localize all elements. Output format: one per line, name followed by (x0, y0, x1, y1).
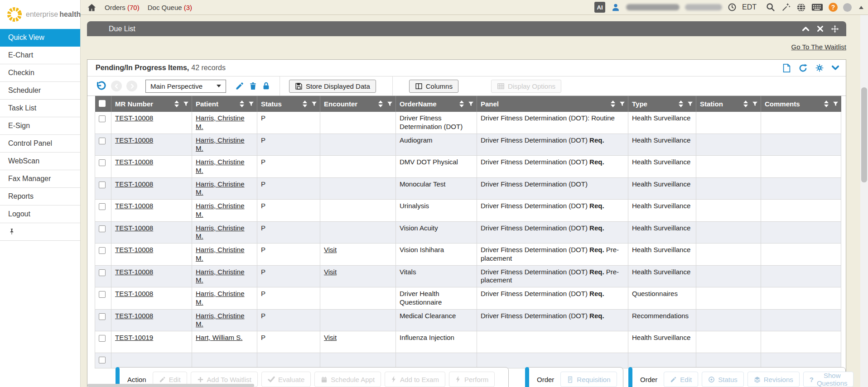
perspective-select[interactable]: Main Perspective (145, 80, 226, 93)
select-all-checkbox[interactable] (99, 100, 106, 107)
order-revisions-button[interactable]: Revisions (747, 372, 800, 387)
back-icon[interactable] (111, 81, 122, 91)
filter-icon[interactable] (311, 101, 317, 107)
mr-number-link[interactable]: TEST-10008 (115, 180, 153, 188)
go-to-waitlist-link[interactable]: Go To The Waitlist (791, 43, 846, 51)
patient-link[interactable]: Harris, Christine M. (196, 136, 245, 153)
move-icon[interactable] (831, 25, 839, 33)
sort-icon[interactable] (240, 100, 244, 107)
horizontal-scrollbar-thumb[interactable] (87, 384, 254, 387)
home-icon[interactable] (87, 3, 96, 12)
show-questions-button[interactable]: ? Show Questions (803, 372, 854, 387)
gear-icon[interactable] (815, 63, 824, 72)
sidebar-item-quick-view[interactable]: Quick View (0, 29, 80, 47)
mr-number-link[interactable]: TEST-10019 (115, 334, 153, 341)
row-checkbox[interactable] (99, 203, 106, 210)
edit-pencil-icon[interactable] (235, 81, 244, 91)
mr-number-link[interactable]: TEST-10008 (115, 246, 153, 253)
mr-number-link[interactable]: TEST-10008 (115, 136, 153, 144)
row-checkbox[interactable] (99, 313, 106, 320)
perform-button[interactable]: Perform (449, 372, 495, 387)
sort-icon[interactable] (174, 100, 179, 107)
topnav-doc-queue[interactable]: Doc Queue (3) (148, 4, 192, 11)
sidebar-item-reports[interactable]: Reports (0, 188, 80, 205)
avatar[interactable] (843, 3, 852, 12)
patient-link[interactable]: Harris, Christine M. (196, 180, 245, 196)
filter-icon[interactable] (248, 101, 254, 107)
row-checkbox[interactable] (99, 225, 106, 232)
requisition-button[interactable]: Requisition (560, 372, 617, 387)
sort-icon[interactable] (824, 100, 829, 107)
mr-number-link[interactable]: TEST-10008 (115, 114, 153, 122)
row-checkbox[interactable] (99, 357, 106, 363)
sort-icon[interactable] (679, 100, 683, 107)
trash-icon[interactable] (249, 81, 257, 91)
keyboard-icon[interactable] (811, 3, 823, 12)
mr-number-link[interactable]: TEST-10008 (115, 158, 153, 166)
patient-link[interactable]: Harris, Christine M. (196, 224, 245, 240)
patient-link[interactable]: Harris, Christine M. (196, 290, 245, 306)
sort-icon[interactable] (303, 100, 307, 107)
mr-number-link[interactable]: TEST-10008 (115, 268, 153, 276)
filter-icon[interactable] (752, 101, 758, 107)
store-displayed-data-button[interactable]: Store Displayed Data (289, 80, 376, 93)
refresh-icon[interactable] (798, 63, 808, 73)
search-icon[interactable] (766, 2, 776, 12)
patient-link[interactable]: Hart, William S. (196, 334, 242, 341)
patient-link[interactable]: Harris, Christine M. (196, 246, 245, 262)
sort-icon[interactable] (743, 100, 748, 107)
mr-number-link[interactable]: TEST-10008 (115, 202, 153, 210)
collapse-icon[interactable] (802, 26, 810, 32)
evaluate-button[interactable]: Evaluate (261, 372, 311, 387)
undo-icon[interactable] (96, 81, 106, 91)
mr-number-link[interactable]: TEST-10008 (115, 224, 153, 232)
filter-icon[interactable] (387, 101, 393, 107)
forward-icon[interactable] (126, 81, 137, 91)
help-icon[interactable]: ? (829, 3, 838, 12)
new-document-icon[interactable] (782, 63, 791, 73)
patient-link[interactable]: Harris, Christine M. (196, 202, 245, 218)
patient-link[interactable]: Harris, Christine M. (196, 312, 245, 328)
close-icon[interactable] (817, 25, 824, 32)
order-edit-button[interactable]: Edit (664, 372, 698, 387)
sidebar-item-logout[interactable]: Logout (0, 205, 80, 223)
row-checkbox[interactable] (99, 335, 106, 342)
encounter-link[interactable]: Visit (324, 334, 337, 341)
ai-badge[interactable]: AI (594, 2, 605, 13)
patient-link[interactable]: Harris, Christine M. (196, 114, 245, 130)
vertical-scrollbar[interactable] (860, 15, 868, 387)
add-to-exam-button[interactable]: Add to Exam (385, 372, 445, 387)
row-checkbox[interactable] (99, 115, 106, 122)
globe-icon[interactable] (796, 3, 806, 12)
schedule-appt-button[interactable]: Schedule Appt (314, 372, 381, 387)
sidebar-item-e-chart[interactable]: E-Chart (0, 47, 80, 64)
display-options-button[interactable]: Display Options (491, 80, 561, 93)
vertical-scrollbar-thumb[interactable] (861, 87, 867, 182)
filter-icon[interactable] (833, 101, 839, 107)
order-status-button[interactable]: Status (702, 372, 744, 387)
sidebar-item-scheduler[interactable]: Scheduler (0, 82, 80, 100)
sidebar-item-fax-manager[interactable]: Fax Manager (0, 170, 80, 188)
topnav-orders[interactable]: Orders (70) (105, 4, 140, 11)
filter-icon[interactable] (619, 101, 625, 107)
pushpin-icon[interactable] (8, 228, 15, 235)
sidebar-item-webscan[interactable]: WebScan (0, 153, 80, 170)
sort-icon[interactable] (378, 100, 383, 107)
sort-icon[interactable] (459, 100, 464, 107)
user-icon[interactable] (611, 2, 621, 12)
filter-icon[interactable] (183, 101, 189, 107)
sidebar-item-checkin[interactable]: Checkin (0, 64, 80, 82)
columns-button[interactable]: Columns (409, 80, 458, 93)
mr-number-link[interactable]: TEST-10008 (115, 312, 153, 320)
clock-icon[interactable] (728, 3, 737, 12)
sort-icon[interactable] (611, 100, 615, 107)
row-checkbox[interactable] (99, 159, 106, 166)
filter-icon[interactable] (468, 101, 474, 107)
encounter-link[interactable]: Visit (324, 268, 337, 276)
patient-link[interactable]: Harris, Christine M. (196, 158, 245, 174)
row-checkbox[interactable] (99, 269, 106, 276)
filter-icon[interactable] (687, 101, 693, 107)
patient-link[interactable]: Harris, Christine M. (196, 268, 245, 284)
mr-number-link[interactable]: TEST-10008 (115, 290, 153, 297)
sidebar-item-e-sign[interactable]: E-Sign (0, 117, 80, 135)
